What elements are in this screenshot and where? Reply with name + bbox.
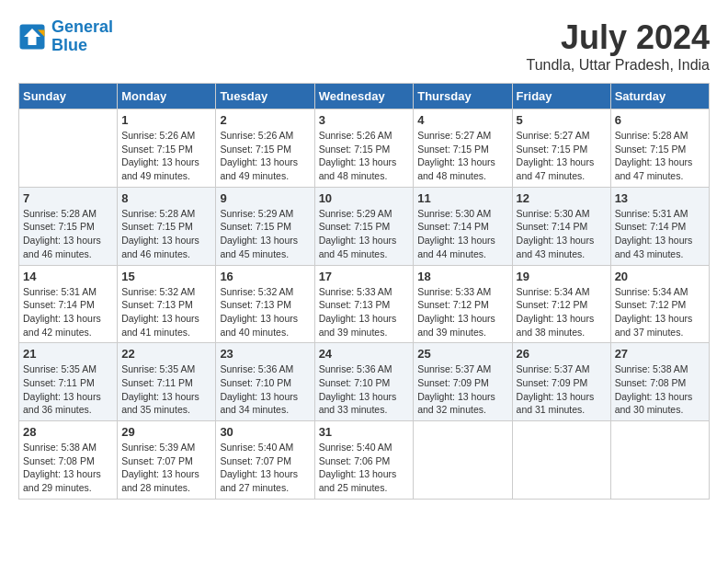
logo: General Blue — [18, 18, 113, 55]
day-info: Sunrise: 5:40 AMSunset: 7:06 PMDaylight:… — [319, 441, 410, 495]
day-info: Sunrise: 5:28 AMSunset: 7:15 PMDaylight:… — [121, 207, 211, 261]
day-number: 3 — [319, 113, 410, 127]
calendar-cell: 30Sunrise: 5:40 AMSunset: 7:07 PMDayligh… — [216, 421, 314, 500]
day-info: Sunrise: 5:27 AMSunset: 7:15 PMDaylight:… — [517, 129, 607, 183]
weekday-header-wednesday: Wednesday — [314, 84, 414, 109]
calendar-cell: 21Sunrise: 5:35 AMSunset: 7:11 PMDayligh… — [19, 343, 118, 421]
day-info: Sunrise: 5:32 AMSunset: 7:13 PMDaylight:… — [121, 285, 211, 339]
calendar-week-row: 21Sunrise: 5:35 AMSunset: 7:11 PMDayligh… — [19, 343, 710, 421]
day-number: 20 — [615, 270, 705, 283]
day-number: 2 — [220, 113, 310, 127]
weekday-header-row: SundayMondayTuesdayWednesdayThursdayFrid… — [19, 84, 710, 109]
day-info: Sunrise: 5:27 AMSunset: 7:15 PMDaylight:… — [417, 129, 507, 183]
calendar-cell: 17Sunrise: 5:33 AMSunset: 7:13 PMDayligh… — [314, 265, 414, 343]
day-number: 28 — [23, 425, 113, 439]
day-number: 10 — [319, 191, 410, 205]
logo-line2: Blue — [51, 37, 113, 55]
day-info: Sunrise: 5:35 AMSunset: 7:11 PMDaylight:… — [121, 362, 211, 417]
day-info: Sunrise: 5:40 AMSunset: 7:07 PMDaylight:… — [220, 441, 310, 495]
weekday-header-sunday: Sunday — [19, 84, 118, 109]
calendar-cell: 29Sunrise: 5:39 AMSunset: 7:07 PMDayligh… — [118, 421, 216, 500]
calendar-cell: 28Sunrise: 5:38 AMSunset: 7:08 PMDayligh… — [19, 421, 118, 500]
day-number: 29 — [121, 425, 211, 439]
calendar-cell: 6Sunrise: 5:28 AMSunset: 7:15 PMDaylight… — [610, 109, 709, 188]
calendar-week-row: 14Sunrise: 5:31 AMSunset: 7:14 PMDayligh… — [19, 265, 710, 343]
calendar-cell: 14Sunrise: 5:31 AMSunset: 7:14 PMDayligh… — [19, 265, 118, 343]
calendar-table: SundayMondayTuesdayWednesdayThursdayFrid… — [18, 83, 710, 500]
location-title: Tundla, Uttar Pradesh, India — [526, 57, 710, 74]
day-number: 14 — [23, 270, 113, 283]
day-number: 11 — [417, 191, 507, 205]
day-number: 17 — [319, 270, 410, 283]
logo-icon — [18, 23, 46, 51]
calendar-cell: 31Sunrise: 5:40 AMSunset: 7:06 PMDayligh… — [314, 421, 414, 500]
day-number: 13 — [615, 191, 705, 205]
day-info: Sunrise: 5:37 AMSunset: 7:09 PMDaylight:… — [517, 362, 607, 417]
day-number: 4 — [417, 113, 507, 127]
day-number: 26 — [517, 347, 607, 361]
day-number: 6 — [615, 113, 705, 127]
calendar-week-row: 1Sunrise: 5:26 AMSunset: 7:15 PMDaylight… — [19, 109, 710, 188]
calendar-cell: 12Sunrise: 5:30 AMSunset: 7:14 PMDayligh… — [512, 187, 610, 265]
day-number: 24 — [319, 347, 410, 361]
weekday-header-friday: Friday — [512, 84, 610, 109]
calendar-cell: 9Sunrise: 5:29 AMSunset: 7:15 PMDaylight… — [216, 187, 314, 265]
day-number: 25 — [417, 347, 507, 361]
day-info: Sunrise: 5:31 AMSunset: 7:14 PMDaylight:… — [23, 285, 113, 339]
title-area: July 2024 Tundla, Uttar Pradesh, India — [526, 18, 710, 74]
day-info: Sunrise: 5:33 AMSunset: 7:13 PMDaylight:… — [319, 285, 410, 339]
calendar-cell: 27Sunrise: 5:38 AMSunset: 7:08 PMDayligh… — [610, 343, 709, 421]
calendar-cell: 15Sunrise: 5:32 AMSunset: 7:13 PMDayligh… — [118, 265, 216, 343]
calendar-week-row: 7Sunrise: 5:28 AMSunset: 7:15 PMDaylight… — [19, 187, 710, 265]
month-title: July 2024 — [526, 18, 710, 57]
day-number: 18 — [417, 270, 507, 283]
calendar-cell — [512, 421, 610, 500]
day-info: Sunrise: 5:38 AMSunset: 7:08 PMDaylight:… — [615, 362, 705, 417]
day-number: 15 — [121, 270, 211, 283]
calendar-cell: 25Sunrise: 5:37 AMSunset: 7:09 PMDayligh… — [414, 343, 512, 421]
calendar-cell: 5Sunrise: 5:27 AMSunset: 7:15 PMDaylight… — [512, 109, 610, 188]
calendar-week-row: 28Sunrise: 5:38 AMSunset: 7:08 PMDayligh… — [19, 421, 710, 500]
day-info: Sunrise: 5:28 AMSunset: 7:15 PMDaylight:… — [23, 207, 113, 261]
calendar-cell: 1Sunrise: 5:26 AMSunset: 7:15 PMDaylight… — [118, 109, 216, 188]
day-info: Sunrise: 5:28 AMSunset: 7:15 PMDaylight:… — [615, 129, 705, 183]
calendar-cell: 13Sunrise: 5:31 AMSunset: 7:14 PMDayligh… — [610, 187, 709, 265]
day-number: 21 — [23, 347, 113, 361]
day-number: 23 — [220, 347, 310, 361]
day-info: Sunrise: 5:35 AMSunset: 7:11 PMDaylight:… — [23, 362, 113, 417]
day-info: Sunrise: 5:29 AMSunset: 7:15 PMDaylight:… — [220, 207, 310, 261]
calendar-cell: 3Sunrise: 5:26 AMSunset: 7:15 PMDaylight… — [314, 109, 414, 188]
calendar-cell: 23Sunrise: 5:36 AMSunset: 7:10 PMDayligh… — [216, 343, 314, 421]
day-info: Sunrise: 5:31 AMSunset: 7:14 PMDaylight:… — [615, 207, 705, 261]
calendar-cell: 20Sunrise: 5:34 AMSunset: 7:12 PMDayligh… — [610, 265, 709, 343]
day-info: Sunrise: 5:39 AMSunset: 7:07 PMDaylight:… — [121, 441, 211, 495]
day-number: 19 — [517, 270, 607, 283]
day-number: 31 — [319, 425, 410, 439]
weekday-header-tuesday: Tuesday — [216, 84, 314, 109]
calendar-cell — [19, 109, 118, 188]
day-info: Sunrise: 5:37 AMSunset: 7:09 PMDaylight:… — [417, 362, 507, 417]
calendar-cell — [610, 421, 709, 500]
day-number: 9 — [220, 191, 310, 205]
calendar-cell: 22Sunrise: 5:35 AMSunset: 7:11 PMDayligh… — [118, 343, 216, 421]
calendar-cell: 8Sunrise: 5:28 AMSunset: 7:15 PMDaylight… — [118, 187, 216, 265]
calendar-cell — [414, 421, 512, 500]
weekday-header-thursday: Thursday — [414, 84, 512, 109]
calendar-cell: 2Sunrise: 5:26 AMSunset: 7:15 PMDaylight… — [216, 109, 314, 188]
day-info: Sunrise: 5:34 AMSunset: 7:12 PMDaylight:… — [615, 285, 705, 339]
day-number: 8 — [121, 191, 211, 205]
calendar-cell: 11Sunrise: 5:30 AMSunset: 7:14 PMDayligh… — [414, 187, 512, 265]
calendar-cell: 19Sunrise: 5:34 AMSunset: 7:12 PMDayligh… — [512, 265, 610, 343]
day-info: Sunrise: 5:30 AMSunset: 7:14 PMDaylight:… — [517, 207, 607, 261]
day-info: Sunrise: 5:33 AMSunset: 7:12 PMDaylight:… — [417, 285, 507, 339]
day-number: 5 — [517, 113, 607, 127]
day-info: Sunrise: 5:26 AMSunset: 7:15 PMDaylight:… — [121, 129, 211, 183]
day-number: 1 — [121, 113, 211, 127]
day-number: 16 — [220, 270, 310, 283]
logo-text: General Blue — [51, 18, 113, 55]
day-number: 30 — [220, 425, 310, 439]
day-info: Sunrise: 5:36 AMSunset: 7:10 PMDaylight:… — [319, 362, 410, 417]
day-info: Sunrise: 5:32 AMSunset: 7:13 PMDaylight:… — [220, 285, 310, 339]
calendar-cell: 24Sunrise: 5:36 AMSunset: 7:10 PMDayligh… — [314, 343, 414, 421]
calendar-cell: 16Sunrise: 5:32 AMSunset: 7:13 PMDayligh… — [216, 265, 314, 343]
